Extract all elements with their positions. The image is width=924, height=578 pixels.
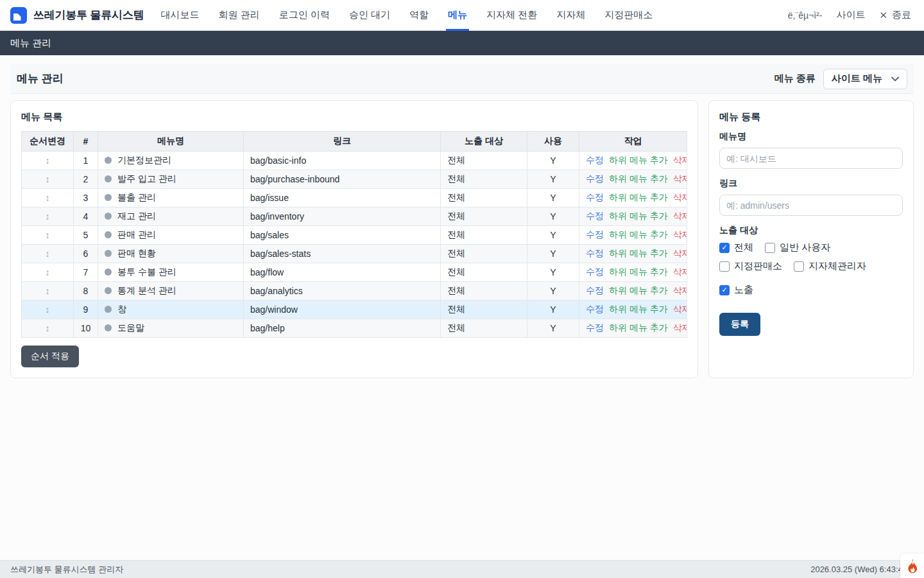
edit-link[interactable]: 수정 xyxy=(586,322,604,333)
menu-target: 전체 xyxy=(441,226,527,245)
menu-name: 발주 입고 관리 xyxy=(117,173,176,184)
row-number: 8 xyxy=(74,282,98,301)
menu-name: 통계 분석 관리 xyxy=(117,285,176,295)
menu-link: bag/purchase-inbound xyxy=(244,170,441,189)
table-row: ↕5판매 관리bag/sales전체Y수정하위 메뉴 추가삭제 xyxy=(22,226,687,245)
nav-item-역할[interactable]: 역할 xyxy=(409,0,429,31)
drag-handle-icon[interactable]: ↕ xyxy=(46,286,50,296)
delete-link[interactable]: 삭제 xyxy=(673,155,687,165)
edit-link[interactable]: 수정 xyxy=(586,229,604,240)
delete-link[interactable]: 삭제 xyxy=(673,304,687,314)
target-checkbox-일반 사용자[interactable]: 일반 사용자 xyxy=(765,241,830,254)
bullet-icon xyxy=(105,213,112,220)
table-row: ↕4재고 관리bag/inventory전체Y수정하위 메뉴 추가삭제 xyxy=(22,207,687,226)
table-row: ↕9창bag/window전체Y수정하위 메뉴 추가삭제 xyxy=(22,301,687,319)
checkbox-icon[interactable] xyxy=(719,285,730,295)
delete-link[interactable]: 삭제 xyxy=(673,211,687,221)
row-number: 10 xyxy=(74,319,98,338)
row-number: 2 xyxy=(74,170,98,189)
menu-name: 창 xyxy=(117,304,126,314)
checkbox-label: 노출 xyxy=(734,284,753,296)
edit-link[interactable]: 수정 xyxy=(586,192,604,202)
delete-link[interactable]: 삭제 xyxy=(673,285,687,295)
column-header: 노출 대상 xyxy=(441,132,527,152)
checkbox-icon[interactable] xyxy=(794,261,804,272)
add-submenu-link[interactable]: 하위 메뉴 추가 xyxy=(609,304,668,314)
target-checkbox-지정판매소[interactable]: 지정판매소 xyxy=(719,260,782,272)
nav-item-승인 대기[interactable]: 승인 대기 xyxy=(349,0,390,31)
debug-toolbar-button[interactable] xyxy=(900,554,924,578)
nav-item-메뉴[interactable]: 메뉴 xyxy=(448,0,467,31)
checkbox-icon[interactable] xyxy=(719,261,730,272)
page-header: 메뉴 관리 메뉴 종류 사이트 메뉴 xyxy=(10,64,914,94)
drag-handle-icon[interactable]: ↕ xyxy=(46,267,50,277)
edit-link[interactable]: 수정 xyxy=(586,304,604,314)
menu-type-value: 사이트 메뉴 xyxy=(832,73,882,85)
delete-link[interactable]: 삭제 xyxy=(673,173,687,184)
delete-link[interactable]: 삭제 xyxy=(673,229,687,240)
delete-link[interactable]: 삭제 xyxy=(673,192,687,202)
delete-link[interactable]: 삭제 xyxy=(673,322,687,333)
drag-handle-icon[interactable]: ↕ xyxy=(46,304,50,315)
target-checkbox-지자체관리자[interactable]: 지자체관리자 xyxy=(794,260,866,272)
menu-link-input[interactable] xyxy=(719,195,903,216)
drag-handle-icon[interactable]: ↕ xyxy=(46,193,50,203)
target-checkbox-전체[interactable]: 전체 xyxy=(719,241,753,254)
checkbox-label: 지정판매소 xyxy=(734,260,782,272)
edit-link[interactable]: 수정 xyxy=(586,173,604,184)
drag-handle-icon[interactable]: ↕ xyxy=(46,211,50,222)
menu-name-input[interactable] xyxy=(719,148,903,169)
brand[interactable]: 쓰레기봉투 물류시스템 xyxy=(10,7,144,24)
add-submenu-link[interactable]: 하위 메뉴 추가 xyxy=(609,229,668,240)
nav-item-지정판매소[interactable]: 지정판매소 xyxy=(604,0,653,31)
menu-target: 전체 xyxy=(441,263,527,282)
nav-item-로그인 이력[interactable]: 로그인 이력 xyxy=(279,0,330,31)
edit-link[interactable]: 수정 xyxy=(586,285,604,295)
drag-handle-icon[interactable]: ↕ xyxy=(46,230,50,240)
menu-name: 재고 관리 xyxy=(117,211,156,221)
nav-item-대시보드[interactable]: 대시보드 xyxy=(161,0,200,31)
add-submenu-link[interactable]: 하위 메뉴 추가 xyxy=(609,285,668,295)
menu-target: 전체 xyxy=(441,282,527,301)
checkbox-icon[interactable] xyxy=(719,243,730,253)
menu-target: 전체 xyxy=(441,170,527,189)
add-submenu-link[interactable]: 하위 메뉴 추가 xyxy=(609,155,668,165)
apply-order-button[interactable]: 순서 적용 xyxy=(21,346,79,367)
nav-item-지자체 전환[interactable]: 지자체 전환 xyxy=(486,0,537,31)
edit-link[interactable]: 수정 xyxy=(586,211,604,221)
nav-item-지자체[interactable]: 지자체 xyxy=(556,0,585,31)
menu-name: 판매 관리 xyxy=(117,229,156,240)
menu-target: 전체 xyxy=(441,189,527,207)
row-number: 4 xyxy=(74,207,98,226)
add-submenu-link[interactable]: 하위 메뉴 추가 xyxy=(609,192,668,202)
nav-item-회원 관리[interactable]: 회원 관리 xyxy=(219,0,260,31)
visible-checkbox-노출[interactable]: 노출 xyxy=(719,284,753,296)
checkbox-icon[interactable] xyxy=(765,243,775,253)
row-number: 1 xyxy=(74,152,98,170)
edit-link[interactable]: 수정 xyxy=(586,155,604,165)
delete-link[interactable]: 삭제 xyxy=(673,267,687,277)
menu-use: Y xyxy=(527,189,579,207)
menu-type-select[interactable]: 사이트 메뉴 xyxy=(823,69,907,89)
drag-handle-icon[interactable]: ↕ xyxy=(46,174,50,184)
add-submenu-link[interactable]: 하위 메뉴 추가 xyxy=(609,211,668,221)
nav-items: 대시보드회원 관리로그인 이력승인 대기역할메뉴지자체 전환지자체지정판매소 xyxy=(161,0,653,31)
add-submenu-link[interactable]: 하위 메뉴 추가 xyxy=(609,267,668,277)
add-submenu-link[interactable]: 하위 메뉴 추가 xyxy=(609,322,668,333)
bullet-icon xyxy=(105,231,112,238)
exit-button[interactable]: ✕ 종료 xyxy=(879,9,911,21)
site-link[interactable]: 사이트 xyxy=(836,9,865,21)
drag-handle-icon[interactable]: ↕ xyxy=(46,323,50,333)
edit-link[interactable]: 수정 xyxy=(586,267,604,277)
row-number: 3 xyxy=(74,189,98,207)
table-row: ↕1기본정보관리bag/basic-info전체Y수정하위 메뉴 추가삭제 xyxy=(22,152,687,170)
table-row: ↕10도움말bag/help전체Y수정하위 메뉴 추가삭제 xyxy=(22,319,687,338)
edit-link[interactable]: 수정 xyxy=(586,248,604,258)
drag-handle-icon[interactable]: ↕ xyxy=(46,249,50,259)
register-button[interactable]: 등록 xyxy=(719,313,760,336)
delete-link[interactable]: 삭제 xyxy=(673,248,687,258)
column-header: 메뉴명 xyxy=(98,132,244,152)
add-submenu-link[interactable]: 하위 메뉴 추가 xyxy=(609,173,668,184)
add-submenu-link[interactable]: 하위 메뉴 추가 xyxy=(609,248,668,258)
drag-handle-icon[interactable]: ↕ xyxy=(46,155,50,166)
